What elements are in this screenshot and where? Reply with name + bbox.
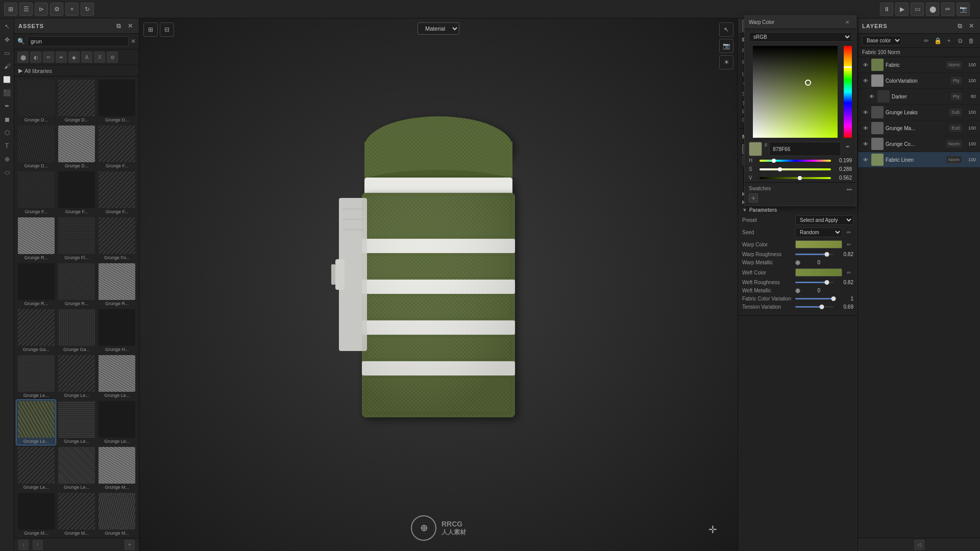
layer-visibility-icon[interactable]: 👁 bbox=[862, 124, 869, 132]
asset-item[interactable]: Grunge Le... bbox=[16, 446, 56, 491]
add-swatch-btn[interactable]: + bbox=[749, 193, 758, 203]
layer-item[interactable]: 👁 Darker Pty 80 bbox=[864, 89, 980, 105]
asset-item[interactable]: Grunge Ga... bbox=[16, 308, 56, 353]
cam-btn[interactable]: 📷 bbox=[719, 39, 733, 53]
layer-blend[interactable]: Norm bbox=[946, 140, 962, 147]
asset-type-filter[interactable]: ⧖ bbox=[94, 52, 105, 63]
asset-item[interactable]: Grunge Fo... bbox=[97, 216, 137, 261]
asset-type-smart[interactable]: ◆ bbox=[68, 52, 80, 63]
layers-dock-btn[interactable]: ⧉ bbox=[955, 21, 965, 31]
smudge-tool[interactable]: ⬭ bbox=[1, 166, 13, 179]
rect-btn[interactable]: ▭ bbox=[911, 3, 924, 16]
layer-item[interactable]: 👁 Grunge Co... Norm 100 bbox=[858, 136, 980, 152]
fabric-color-var-thumb[interactable] bbox=[831, 296, 836, 301]
assets-dock-btn[interactable]: ⧉ bbox=[114, 21, 124, 31]
grid-view-btn[interactable]: ⊞ bbox=[4, 3, 17, 16]
asset-item[interactable]: Grunge M... bbox=[97, 446, 137, 491]
import-btn[interactable]: ↓ bbox=[18, 540, 29, 550]
brush-btn[interactable]: ✏ bbox=[941, 3, 954, 16]
viewport-grid-btn[interactable]: ⊞ bbox=[143, 22, 158, 37]
asset-item[interactable]: Grunge M... bbox=[57, 492, 96, 537]
layers-add-icon[interactable]: + bbox=[944, 36, 953, 45]
layers-delete-icon[interactable]: 🗑 bbox=[967, 36, 976, 45]
asset-item[interactable]: Grunge M... bbox=[97, 492, 137, 537]
asset-type-pen[interactable]: ✒ bbox=[56, 52, 67, 63]
add-asset-btn[interactable]: + bbox=[125, 540, 135, 550]
layer-visibility-icon[interactable]: 👁 bbox=[862, 109, 869, 116]
asset-type-texture[interactable]: ⬤ bbox=[17, 52, 29, 63]
camera-btn[interactable]: 📷 bbox=[957, 3, 970, 16]
swatches-options-icon[interactable]: ••• bbox=[846, 187, 852, 192]
layer-item[interactable]: 👁 Grunge Leaks Sub 100 bbox=[858, 105, 980, 120]
layer-blend[interactable]: Norm bbox=[946, 156, 962, 163]
hex-input[interactable] bbox=[769, 142, 841, 156]
layer-blend[interactable]: Pty bbox=[951, 77, 962, 84]
weft-metallic-dot[interactable] bbox=[795, 288, 800, 293]
layer-item[interactable]: 👁 Fabric Norm 100 bbox=[858, 57, 980, 73]
preset-select[interactable]: Select and Apply bbox=[795, 215, 853, 225]
layer-visibility-icon[interactable]: 👁 bbox=[862, 156, 869, 163]
layer-visibility-icon[interactable]: 👁 bbox=[862, 61, 869, 68]
layer-item[interactable]: 👁 ColorVariation Pty 100 bbox=[858, 73, 980, 89]
asset-type-generator[interactable]: ⚙ bbox=[107, 52, 118, 63]
warp-metallic-dot[interactable] bbox=[795, 260, 800, 265]
asset-item[interactable]: Grunge D... bbox=[57, 124, 96, 169]
asset-type-alpha[interactable]: Α bbox=[81, 52, 92, 63]
add-btn[interactable]: + bbox=[65, 3, 79, 16]
clone-tool[interactable]: ⊕ bbox=[1, 153, 13, 165]
weft-roughness-slider[interactable] bbox=[795, 282, 834, 283]
export-btn[interactable]: ↑ bbox=[33, 540, 43, 550]
play-btn[interactable]: ▶ bbox=[895, 3, 909, 16]
list-view-btn[interactable]: ☰ bbox=[19, 3, 33, 16]
weft-color-swatch[interactable] bbox=[795, 268, 842, 277]
layers-close-btn[interactable]: ✕ bbox=[967, 21, 976, 31]
hsv-h-slider[interactable] bbox=[760, 160, 831, 162]
layer-blend[interactable]: Pty bbox=[951, 93, 962, 100]
warp-color-pick-icon[interactable]: ✏ bbox=[844, 240, 853, 249]
layer-blend[interactable]: Exd bbox=[949, 124, 962, 132]
layer-blend[interactable]: Norm bbox=[946, 61, 962, 68]
asset-item[interactable]: Grunge R... bbox=[97, 262, 137, 307]
color-space-select[interactable]: sRGB bbox=[749, 32, 852, 42]
warp-panel-close[interactable]: ✕ bbox=[843, 18, 852, 27]
pause-btn[interactable]: ⏸ bbox=[880, 3, 893, 16]
asset-item[interactable]: Grunge F... bbox=[16, 170, 56, 215]
paint-tool[interactable]: 🖌 bbox=[1, 60, 13, 72]
settings-btn[interactable]: ⚙ bbox=[50, 3, 63, 16]
viewport[interactable]: ⊞ ⊟ Material ↖ 📷 ☀ ⊕ RRCG 人人素材 ✛ bbox=[139, 18, 738, 551]
asset-item[interactable]: Grunge Le... bbox=[57, 354, 96, 399]
rect-select-tool[interactable]: ▭ bbox=[1, 47, 13, 59]
viewport-view-btn[interactable]: ⊟ bbox=[160, 22, 174, 37]
cursor-btn[interactable]: ↖ bbox=[719, 22, 733, 37]
warp-roughness-slider[interactable] bbox=[795, 254, 834, 255]
tension-var-slider[interactable] bbox=[795, 306, 834, 308]
layer-item[interactable]: 👁 Fabric Linen Norm 100 bbox=[858, 152, 980, 168]
asset-item[interactable]: Grunge D... bbox=[57, 79, 96, 123]
asset-item[interactable]: Grunge Le... bbox=[57, 400, 96, 445]
asset-item[interactable]: Grunge M... bbox=[16, 492, 56, 537]
asset-item[interactable]: Grunge Le... bbox=[16, 354, 56, 399]
fabric-color-var-slider[interactable] bbox=[795, 298, 834, 299]
pen-tool[interactable]: ✒ bbox=[1, 100, 13, 112]
asset-item[interactable]: Grunge D... bbox=[97, 79, 137, 123]
eraser-tool[interactable]: ⬜ bbox=[1, 73, 13, 86]
tension-var-thumb[interactable] bbox=[819, 305, 824, 309]
pointer-tool[interactable]: ↖ bbox=[1, 20, 13, 33]
warp-roughness-thumb[interactable] bbox=[824, 252, 829, 257]
asset-item[interactable]: Grunge R... bbox=[16, 262, 56, 307]
color-picker-gradient[interactable] bbox=[753, 46, 838, 138]
asset-item[interactable]: Grunge H... bbox=[97, 308, 137, 353]
clear-search-icon[interactable]: ✕ bbox=[131, 38, 136, 45]
gradient-tool[interactable]: ◼ bbox=[1, 113, 13, 126]
layers-toggle-btn[interactable]: ◁ bbox=[914, 540, 924, 550]
material-mode-select[interactable]: Material bbox=[418, 22, 459, 35]
hue-slider[interactable] bbox=[844, 46, 852, 138]
hsv-v-thumb[interactable] bbox=[798, 176, 802, 180]
sphere-btn[interactable]: ⬤ bbox=[926, 3, 939, 16]
layers-edit-icon[interactable]: ✏ bbox=[922, 36, 931, 45]
env-btn[interactable]: ☀ bbox=[719, 55, 733, 69]
layer-visibility-icon[interactable]: 👁 bbox=[862, 77, 869, 84]
asset-item[interactable]: Grunge Ga... bbox=[57, 308, 96, 353]
library-nav[interactable]: ▶ All libraries bbox=[14, 65, 139, 77]
hsv-v-slider[interactable] bbox=[760, 177, 831, 179]
